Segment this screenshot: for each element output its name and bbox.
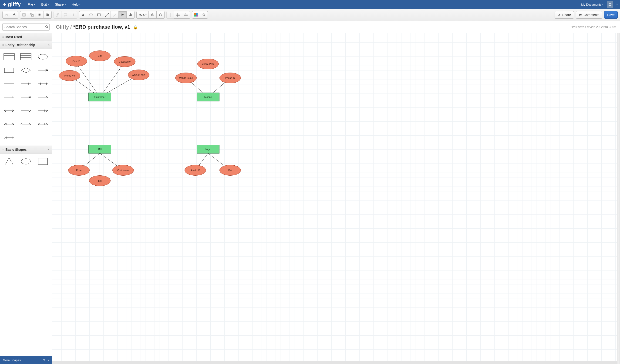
attr-phone-no[interactable]: Phone No (59, 70, 80, 81)
more-shapes-button[interactable]: More Shapes (3, 358, 21, 362)
basic-rectangle[interactable] (35, 155, 51, 167)
er-entity-rows[interactable] (18, 51, 34, 63)
er-line-zero-one-b[interactable] (1, 132, 17, 144)
rectangle-tool-button[interactable] (95, 11, 103, 19)
er-line-dash[interactable] (35, 91, 51, 103)
theme-button[interactable] (192, 11, 200, 19)
attr-bid[interactable]: Bid (89, 175, 110, 186)
send-back-button[interactable] (44, 11, 52, 19)
app-logo: gliffy (2, 1, 28, 7)
entity-customer[interactable]: Customer (88, 92, 111, 101)
attr-price[interactable]: Price (68, 165, 90, 176)
text-tool-button[interactable]: A (79, 11, 87, 19)
svg-line-57 (46, 97, 48, 98)
er-attribute-ellipse[interactable] (35, 51, 51, 63)
menu-edit[interactable]: Edit▾ (41, 2, 49, 6)
search-shapes-input[interactable] (2, 23, 49, 31)
attr-phone-id[interactable]: Phone ID (219, 73, 241, 83)
er-line-one-many[interactable] (1, 118, 17, 130)
save-button[interactable]: Save (604, 11, 618, 19)
zoom-out-button[interactable] (157, 11, 165, 19)
attr-admin-id[interactable]: Admin ID (185, 165, 206, 176)
svg-line-79 (12, 124, 14, 125)
er-line-one-one-b[interactable] (35, 78, 51, 90)
entity-bill[interactable]: Bill (88, 145, 111, 153)
section-basic-shapes[interactable]: ≡ Basic Shapes × (0, 146, 52, 153)
document-title[interactable]: *ERD purchase flow, v1 (73, 24, 130, 30)
svg-line-60 (4, 111, 6, 112)
vertical-scrollbar[interactable] (617, 33, 620, 364)
menu-share[interactable]: Share▾ (55, 2, 66, 6)
shapes-sidebar: ≡ Most Used ≡ Entity-Relationship × (0, 21, 52, 364)
attr-cust-name-2[interactable]: Cust Name (112, 165, 134, 176)
bring-front-button[interactable] (36, 11, 44, 19)
attr-pw[interactable]: PW (219, 165, 241, 176)
comment-button (62, 11, 69, 19)
undo-button[interactable] (2, 11, 10, 19)
layers-button[interactable] (200, 11, 208, 19)
snap-toggle-button[interactable] (166, 11, 174, 19)
svg-rect-1 (23, 14, 25, 16)
svg-rect-25 (196, 15, 198, 16)
split-icon[interactable] (42, 358, 46, 362)
er-line-many-many[interactable] (35, 118, 51, 130)
svg-rect-23 (196, 13, 198, 15)
user-menu-caret[interactable]: ▾ (617, 3, 618, 6)
er-line-many-zero[interactable] (18, 105, 34, 117)
grid-toggle-button[interactable] (174, 11, 182, 19)
er-relationship-diamond[interactable] (18, 64, 34, 76)
svg-rect-4 (38, 14, 40, 15)
connector-tool-button[interactable] (103, 11, 111, 19)
zoom-in-button[interactable] (149, 11, 157, 19)
section-most-used[interactable]: ≡ Most Used (0, 33, 52, 41)
zoom-select[interactable]: 75%▾ (136, 11, 149, 19)
comments-button[interactable]: Comments (576, 11, 602, 19)
er-line-many[interactable] (1, 105, 17, 117)
my-documents-menu[interactable]: My Documents▾ (581, 3, 604, 6)
ungroup-button[interactable] (28, 11, 36, 19)
pan-tool-button[interactable] (127, 11, 135, 19)
menu-help[interactable]: Help▾ (72, 2, 81, 6)
entity-login[interactable]: Login (197, 145, 219, 153)
close-section-button[interactable]: × (48, 43, 49, 47)
er-entity-rect[interactable] (1, 64, 17, 76)
basic-triangle[interactable] (1, 155, 17, 167)
entity-mobile[interactable]: Mobile (197, 92, 219, 101)
menu-file[interactable]: File▾ (28, 2, 35, 6)
redo-button[interactable] (10, 11, 18, 19)
popup-button (69, 11, 77, 19)
user-avatar[interactable] (607, 1, 613, 8)
ellipse-tool-button[interactable] (87, 11, 95, 19)
section-entity-relationship[interactable]: ≡ Entity-Relationship × (0, 41, 52, 49)
attr-amount-paid[interactable]: Amount paid (128, 70, 149, 80)
svg-point-33 (38, 54, 47, 59)
toolbar: A 75%▾ Share Comments Save (0, 9, 620, 21)
collapse-sidebar-button[interactable]: ‹ (48, 358, 49, 362)
breadcrumb-root[interactable]: Gliffy (56, 24, 69, 30)
attr-city[interactable]: City (89, 50, 110, 61)
er-line-one-one[interactable] (18, 78, 34, 90)
share-button[interactable]: Share (555, 11, 574, 19)
attr-mobile-name[interactable]: Mobile Name (175, 73, 197, 83)
er-line-many-one[interactable] (35, 105, 51, 117)
guides-toggle-button[interactable] (182, 11, 190, 19)
attr-cust-name[interactable]: Cust Name (114, 56, 136, 67)
er-line-zero-one[interactable] (18, 91, 34, 103)
er-line-one[interactable] (1, 78, 17, 90)
er-line-plain[interactable] (1, 91, 17, 103)
diagram-canvas[interactable]: Customer Phone No Cust ID City Cust Name… (52, 33, 617, 361)
close-section-button[interactable]: × (48, 148, 49, 152)
line-tool-button[interactable] (111, 11, 119, 19)
basic-ellipse[interactable] (18, 155, 34, 167)
group-button[interactable] (20, 11, 28, 19)
svg-rect-2 (30, 13, 32, 15)
sidebar-footer: More Shapes ‹ (0, 356, 52, 364)
pointer-tool-button[interactable] (119, 11, 127, 19)
er-entity-simple[interactable] (1, 51, 17, 63)
attr-mobile-price[interactable]: Mobile Price (197, 59, 219, 69)
svg-line-84 (29, 124, 31, 125)
attr-cust-id[interactable]: Cust ID (66, 56, 87, 66)
er-line-crow-one[interactable] (35, 64, 51, 76)
er-line-zero-many[interactable] (18, 118, 34, 130)
svg-rect-9 (73, 15, 74, 16)
